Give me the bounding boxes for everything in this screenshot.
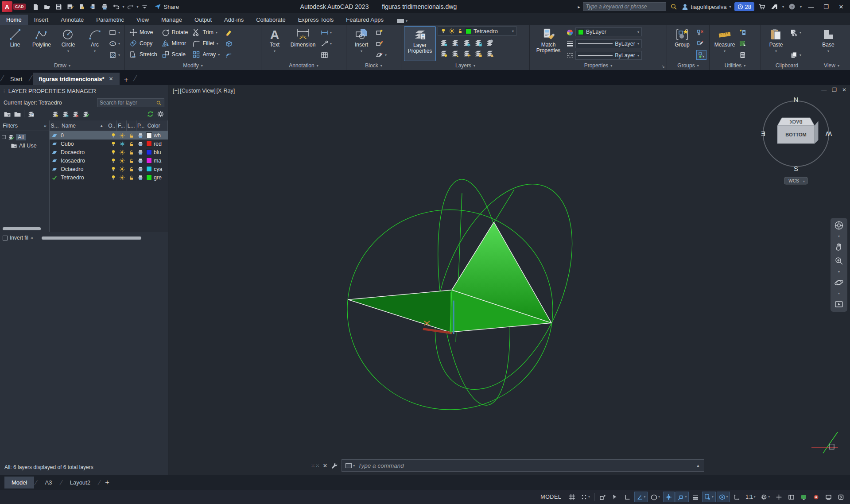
account-menu[interactable]: tiagofilipesilva ▾ xyxy=(681,3,732,11)
settings-gear-button[interactable] xyxy=(157,110,164,118)
new-file-button[interactable] xyxy=(30,1,42,12)
autodesk-caret-icon[interactable]: ▾ xyxy=(782,5,784,9)
collapse-filters-icon[interactable]: « xyxy=(44,123,47,128)
recent-commands-menu[interactable]: ▾ xyxy=(345,463,355,468)
layer-plot-icon[interactable] xyxy=(137,174,144,181)
linear-dimension-tool[interactable]: ▾ xyxy=(321,27,332,37)
dock-grip-handle[interactable]: ⁙⁙ xyxy=(311,463,320,469)
layer-thaw-icon[interactable] xyxy=(119,132,125,139)
zoom-caret-icon[interactable]: ▾ xyxy=(838,270,840,274)
move-button[interactable]: Move xyxy=(129,27,157,38)
panel-label-modify[interactable]: Modify▾ xyxy=(125,61,261,70)
panel-label-layers[interactable]: Layers▾ xyxy=(401,61,529,70)
panel-label-properties[interactable]: Properties▾↘ xyxy=(530,61,667,70)
select-similar-tool[interactable] xyxy=(739,39,746,49)
viewport-controls-menu[interactable]: [−] xyxy=(173,88,179,94)
set-current-layer-button[interactable] xyxy=(82,110,89,118)
ungroup-tool[interactable] xyxy=(696,27,706,37)
save-as-button[interactable] xyxy=(65,1,76,12)
layer-thaw-icon[interactable] xyxy=(119,158,125,164)
layer-match-tool[interactable] xyxy=(485,49,494,58)
autocad-app-icon[interactable]: A xyxy=(2,1,12,12)
trim-button[interactable]: Trim▾ xyxy=(192,27,220,38)
plot-button[interactable] xyxy=(99,1,111,12)
copy-clip-tool[interactable]: ▾ xyxy=(790,50,801,60)
layer-on-tool[interactable] xyxy=(439,49,448,58)
new-layer-button[interactable] xyxy=(51,110,59,118)
layer-lock-icon[interactable] xyxy=(128,158,135,164)
arc-button[interactable]: Arc▾ xyxy=(82,26,107,61)
object-color-dropdown[interactable]: ByLayer▾ xyxy=(575,27,642,36)
new-group-filter-button[interactable] xyxy=(14,110,21,118)
model-paper-toggle[interactable]: MODEL xyxy=(536,492,565,502)
isolate-objects-toggle[interactable] xyxy=(810,492,822,502)
layer-states-manager-button[interactable] xyxy=(27,110,35,118)
tab-insert[interactable]: Insert xyxy=(28,15,55,25)
ribbon-display-toggle[interactable]: ▾ xyxy=(394,17,410,25)
undo-caret-icon[interactable]: ▾ xyxy=(123,5,124,9)
quick-select-tool[interactable] xyxy=(739,27,746,37)
layout-tab-layout2[interactable]: Layout2 xyxy=(63,477,97,488)
layer-on-icon[interactable] xyxy=(110,158,116,164)
cut-tool[interactable]: ▾ xyxy=(790,27,801,37)
layer-lock-icon[interactable] xyxy=(128,166,135,172)
color-wheel-icon[interactable] xyxy=(566,27,574,37)
view-controls-menu[interactable]: [Custom View] xyxy=(180,88,215,94)
save-button[interactable] xyxy=(53,1,65,12)
filter-all[interactable]: − All xyxy=(1,133,48,141)
insert-button[interactable]: Insert▾ xyxy=(349,26,374,61)
match-properties-button[interactable]: Match Properties xyxy=(532,26,564,61)
fillet-button[interactable]: Fillet▾ xyxy=(192,38,220,49)
layer-color-swatch[interactable] xyxy=(146,174,152,180)
create-block-tool[interactable] xyxy=(376,27,387,37)
layer-unisolate-tool[interactable] xyxy=(451,49,459,58)
offset-tool[interactable] xyxy=(225,50,233,60)
filter-all-used[interactable]: All Use xyxy=(11,141,48,150)
layout-tab-a3[interactable]: A3 xyxy=(38,477,59,488)
text-button[interactable]: A Text▾ xyxy=(264,26,285,61)
linetype-icon[interactable] xyxy=(566,50,574,60)
graphics-performance-toggle[interactable] xyxy=(798,492,809,502)
close-button[interactable]: ✕ xyxy=(835,1,847,12)
layer-row-octaedro[interactable]: Octaedro cya xyxy=(50,165,168,173)
layer-plot-icon[interactable] xyxy=(137,166,144,172)
tab-annotate[interactable]: Annotate xyxy=(54,15,90,25)
infer-constraints-toggle[interactable] xyxy=(597,492,609,502)
refresh-button[interactable] xyxy=(147,110,154,118)
new-layout-button[interactable]: ＋ xyxy=(101,477,113,488)
dynamic-ucs-toggle[interactable] xyxy=(731,492,742,502)
tetrahedron[interactable] xyxy=(348,222,551,332)
collapse-invert-icon[interactable]: « xyxy=(31,235,33,240)
rectangle-tool[interactable]: ▾ xyxy=(109,27,120,37)
file-tab-document[interactable]: figuras tridimencionais*✕ xyxy=(33,73,120,85)
customize-quick-access-button[interactable] xyxy=(139,1,151,12)
layer-row-0[interactable]: 0 wh xyxy=(50,131,168,140)
open-web-mobile-button[interactable] xyxy=(76,1,88,12)
erase-tool[interactable] xyxy=(225,27,233,37)
tab-output[interactable]: Output xyxy=(188,15,218,25)
column-on[interactable]: O.. xyxy=(107,120,117,131)
file-tab-start[interactable]: Start xyxy=(4,73,28,85)
layer-lock-icon[interactable] xyxy=(128,174,135,181)
make-current-tool[interactable] xyxy=(485,39,494,47)
layer-row-icosaedro[interactable]: Icosaedro ma xyxy=(50,156,168,165)
undo-button[interactable] xyxy=(111,1,122,12)
tab-home[interactable]: Home xyxy=(0,15,28,25)
column-freeze[interactable]: F... xyxy=(117,120,127,131)
snap-mode-toggle[interactable]: ▾ xyxy=(578,492,592,502)
layer-lock-icon[interactable] xyxy=(128,141,135,147)
save-web-mobile-button[interactable] xyxy=(88,1,99,12)
command-history-icon[interactable]: ▲ xyxy=(696,463,700,468)
dimension-button[interactable]: Dimension xyxy=(287,26,319,61)
clean-screen-toggle[interactable] xyxy=(835,492,846,502)
polar-tracking-toggle[interactable]: ▾ xyxy=(634,492,648,502)
search-input[interactable]: Type a keyword or phrase xyxy=(583,2,666,11)
layer-plot-icon[interactable] xyxy=(137,149,144,155)
layer-row-tetraedro[interactable]: Tetraedro gre xyxy=(50,173,168,182)
share-button[interactable]: Share xyxy=(154,3,179,10)
group-selection-toggle[interactable] xyxy=(696,50,706,60)
table-tool[interactable] xyxy=(321,50,332,60)
drawing-viewport[interactable]: [−] [Custom View] [X-Ray] — ❐ ✕ xyxy=(168,85,850,475)
new-property-filter-button[interactable] xyxy=(4,110,11,118)
annotation-scale-menu[interactable]: 1:1▾ xyxy=(743,492,757,502)
